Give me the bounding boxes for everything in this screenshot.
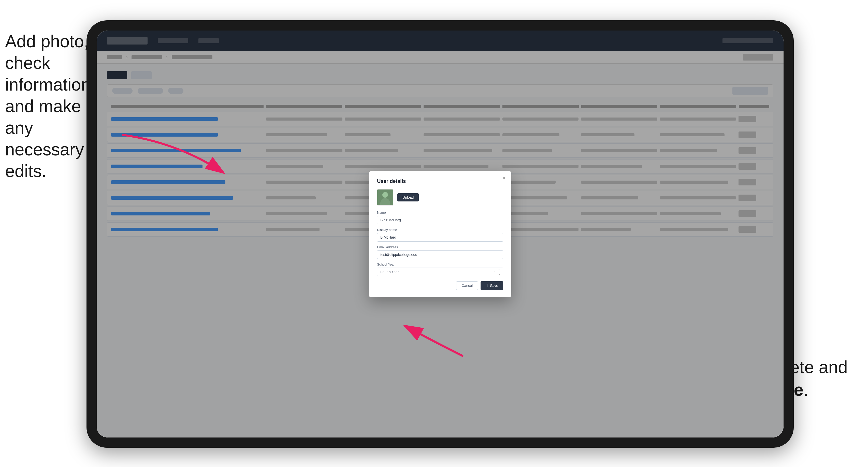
name-field-group: Name	[377, 211, 503, 224]
modal-footer: Cancel ⬆ Save	[377, 281, 503, 290]
email-label: Email address	[377, 245, 503, 249]
cancel-button[interactable]: Cancel	[456, 281, 478, 290]
app-background: › ›	[97, 31, 783, 437]
modal-close-button[interactable]: ×	[501, 175, 507, 181]
save-icon: ⬆	[486, 284, 489, 287]
avatar-section: Upload	[377, 189, 503, 206]
display-name-field-group: Display name	[377, 228, 503, 242]
upload-photo-button[interactable]: Upload	[397, 193, 419, 201]
email-field-group: Email address	[377, 245, 503, 259]
modal-title: User details	[377, 178, 503, 184]
school-year-select[interactable]	[377, 268, 503, 276]
school-year-select-wrapper: × ⌃⌄	[377, 268, 503, 276]
save-button[interactable]: ⬆ Save	[480, 281, 503, 290]
tablet-device: › ›	[87, 20, 794, 448]
email-input[interactable]	[377, 250, 503, 259]
name-label: Name	[377, 211, 503, 214]
display-name-label: Display name	[377, 228, 503, 232]
school-year-label: School Year	[377, 262, 503, 266]
select-arrow-icon: ⌃⌄	[498, 268, 501, 276]
school-year-field-group: School Year × ⌃⌄	[377, 262, 503, 276]
user-details-modal: User details × Upload Name	[369, 171, 512, 297]
avatar-image	[377, 189, 393, 206]
display-name-input[interactable]	[377, 233, 503, 242]
select-clear-icon[interactable]: ×	[494, 270, 496, 274]
tablet-screen: › ›	[97, 31, 783, 437]
modal-overlay: User details × Upload Name	[97, 31, 783, 437]
name-input[interactable]	[377, 216, 503, 224]
